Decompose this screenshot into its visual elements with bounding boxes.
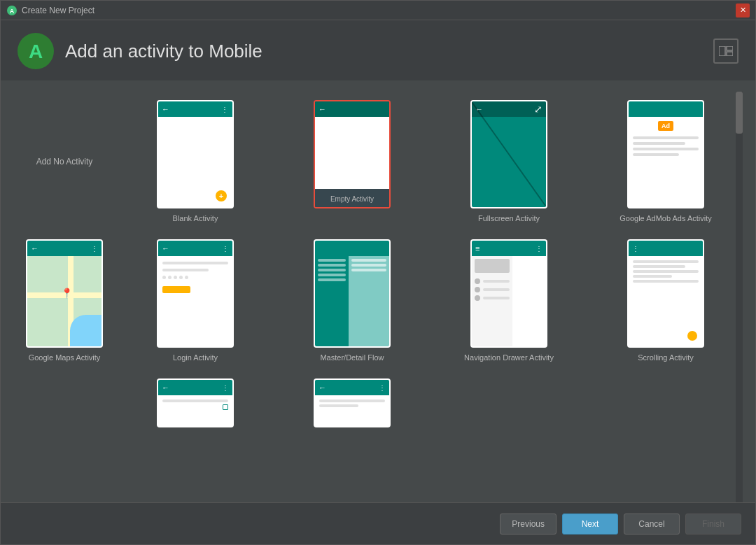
master-topbar [315, 241, 389, 256]
detail-line-1 [351, 259, 386, 262]
master-detail-panel [349, 256, 389, 346]
nav-drawer-item-2 [475, 287, 510, 292]
empty-activity-item[interactable]: ← Empty Activity [274, 92, 430, 231]
nav-drawer-activity-item[interactable]: ≡ ⋮ [430, 231, 587, 370]
partial2-activity-item[interactable]: ← ⋮ [274, 370, 430, 436]
partial1-checkbox [223, 404, 228, 410]
nav-body [472, 256, 546, 346]
maps-body: 📍 [27, 256, 102, 346]
partial2-mockup: ← ⋮ [315, 380, 389, 426]
login-mockup: ← ⋮ [158, 241, 232, 346]
partial2-back: ← [318, 383, 326, 392]
layout-icon[interactable] [713, 38, 738, 64]
no-activity-label: Add No Activity [36, 157, 93, 167]
nav-drawer-line-1 [483, 280, 510, 283]
partial1-topbar: ← ⋮ [158, 380, 232, 395]
login-btn [162, 286, 190, 293]
master-detail-label: Master/Detail Flow [320, 353, 384, 362]
partial1-mockup: ← ⋮ [158, 380, 232, 426]
maps-activity-item-real[interactable]: ← ⋮ 📍 Google Ma [12, 231, 117, 370]
blank-activity-card: ← ⋮ + [157, 100, 234, 208]
partial1-back: ← [162, 383, 169, 392]
master-detail-activity-item[interactable]: Master/Detail Flow [274, 231, 430, 370]
scrollbar-track[interactable] [736, 92, 743, 502]
nav-mockup: ≡ ⋮ [472, 241, 546, 346]
partial1-line-1 [162, 399, 228, 402]
fullscreen-mockup: ← ⤢ [472, 101, 546, 207]
empty-activity-card: ← Empty Activity [314, 100, 391, 208]
scrolling-activity-card: ⋮ [627, 239, 704, 348]
login-dot-5 [185, 276, 188, 279]
partial2-body [315, 395, 389, 426]
admob-line-2 [633, 142, 685, 145]
master-list-line-3 [318, 269, 346, 271]
login-activity-item[interactable]: ← ⋮ [117, 231, 274, 370]
admob-body: Ad [629, 117, 703, 207]
scroll-line-1 [633, 260, 699, 263]
detail-line-2 [351, 264, 386, 267]
cancel-button[interactable]: Cancel [624, 514, 680, 535]
admob-line-3 [633, 148, 699, 150]
partial2-card: ← ⋮ [314, 378, 391, 427]
no-activity-item[interactable]: Add No Activity [12, 92, 117, 231]
scrollbar-thumb[interactable] [736, 92, 743, 134]
svg-rect-5 [727, 46, 733, 50]
scroll-dots: ⋮ [632, 245, 639, 253]
login-activity-card: ← ⋮ [157, 239, 234, 348]
nav-drawer-circle-2 [475, 287, 480, 292]
scroll-line-5 [633, 280, 699, 283]
activities-grid-scroll[interactable]: Add No Activity ← ⋮ + [12, 92, 744, 447]
empty-topbar: ← [315, 101, 389, 117]
login-body [158, 256, 232, 346]
login-activity-label: Login Activity [173, 353, 218, 362]
maps-water [70, 315, 102, 346]
admob-activity-item[interactable]: Ad Google AdMob Ads Activity [587, 92, 744, 231]
scroll-topbar: ⋮ [629, 241, 703, 256]
fullscreen-activity-item[interactable]: ← ⤢ Fullscreen Activity [430, 92, 587, 231]
admob-badge: Ad [658, 121, 673, 131]
partial1-activity-item[interactable]: ← ⋮ [117, 370, 274, 436]
login-dot-2 [168, 276, 172, 279]
empty-col-spacer [12, 370, 117, 436]
page-title: Add an activity to Mobile [65, 41, 262, 62]
empty-label-bar: Empty Activity [315, 189, 389, 207]
partial2-line-2 [319, 404, 358, 407]
finish-button[interactable]: Finish [685, 514, 741, 535]
scrolling-activity-item[interactable]: ⋮ [587, 231, 744, 370]
svg-rect-4 [719, 46, 725, 56]
login-back: ← [162, 244, 169, 253]
bottom-bar: Previous Next Cancel Finish [1, 502, 755, 544]
maps-activity-label: Google Maps Activity [29, 353, 101, 362]
partial2-line-1 [319, 399, 385, 402]
master-list [315, 256, 349, 346]
fullscreen-activity-card: ← ⤢ [470, 100, 547, 208]
nav-drawer-circle-3 [475, 295, 480, 301]
close-button[interactable]: ✕ [736, 3, 750, 17]
master-detail-card [314, 239, 391, 348]
nav-drawer-line-3 [483, 297, 510, 299]
next-button[interactable]: Next [562, 514, 618, 535]
admob-activity-label: Google AdMob Ads Activity [620, 214, 711, 222]
maps-back: ← [31, 244, 38, 253]
scroll-mockup: ⋮ [629, 241, 703, 346]
login-dot-4 [179, 276, 183, 279]
login-topbar: ← ⋮ [158, 241, 232, 256]
blank-topbar: ← ⋮ [158, 101, 232, 117]
partial2-dots: ⋮ [379, 384, 386, 392]
header: A Add an activity to Mobile [1, 20, 755, 80]
admob-line-4 [633, 153, 679, 156]
empty-back-arrow: ← [318, 105, 326, 113]
scroll-line-4 [633, 275, 672, 278]
previous-button[interactable]: Previous [500, 514, 556, 535]
svg-rect-6 [727, 52, 733, 56]
admob-activity-card: Ad [627, 100, 704, 208]
scroll-fab [687, 331, 697, 341]
svg-text:A: A [29, 41, 43, 62]
master-mockup [315, 241, 389, 346]
master-list-line-2 [318, 264, 346, 267]
detail-line-3 [351, 269, 386, 271]
fullscreen-activity-label: Fullscreen Activity [478, 214, 540, 222]
login-dots: ⋮ [222, 245, 229, 253]
blank-activity-item[interactable]: ← ⋮ + Blank Activity [117, 92, 274, 231]
scrolling-activity-label: Scrolling Activity [638, 353, 693, 362]
